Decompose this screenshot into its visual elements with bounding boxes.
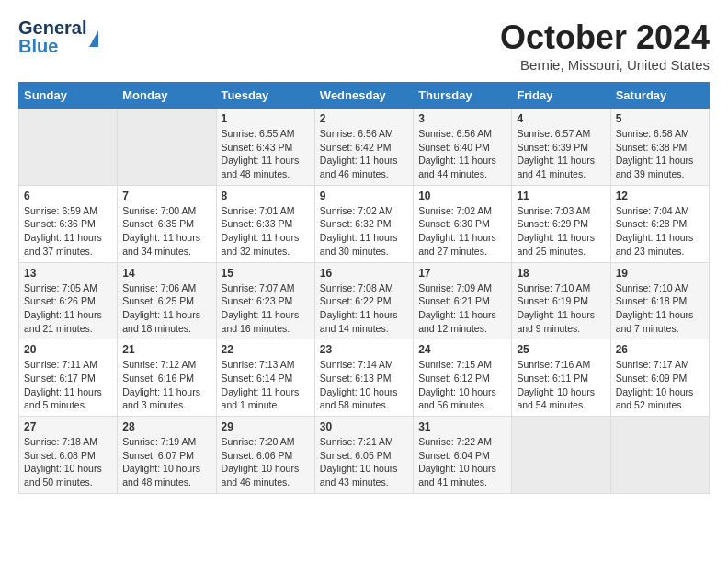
calendar-cell: 30Sunrise: 7:21 AM Sunset: 6:05 PM Dayli… bbox=[314, 417, 413, 494]
day-info: Sunrise: 7:21 AM Sunset: 6:05 PM Dayligh… bbox=[320, 435, 408, 489]
day-info: Sunrise: 6:56 AM Sunset: 6:42 PM Dayligh… bbox=[320, 127, 408, 181]
day-info: Sunrise: 7:20 AM Sunset: 6:06 PM Dayligh… bbox=[222, 435, 310, 489]
calendar-cell: 12Sunrise: 7:04 AM Sunset: 6:28 PM Dayli… bbox=[610, 185, 709, 262]
day-number: 17 bbox=[418, 267, 506, 280]
calendar-cell: 1Sunrise: 6:55 AM Sunset: 6:43 PM Daylig… bbox=[216, 109, 314, 186]
day-info: Sunrise: 7:10 AM Sunset: 6:19 PM Dayligh… bbox=[517, 282, 605, 336]
logo: General Blue bbox=[18, 18, 98, 55]
day-number: 5 bbox=[616, 112, 704, 125]
calendar-cell: 26Sunrise: 7:17 AM Sunset: 6:09 PM Dayli… bbox=[610, 339, 709, 417]
day-info: Sunrise: 7:10 AM Sunset: 6:18 PM Dayligh… bbox=[616, 282, 704, 336]
day-info: Sunrise: 7:09 AM Sunset: 6:21 PM Dayligh… bbox=[418, 282, 506, 336]
day-number: 29 bbox=[222, 420, 310, 433]
day-info: Sunrise: 7:16 AM Sunset: 6:11 PM Dayligh… bbox=[517, 358, 605, 412]
day-number: 30 bbox=[320, 420, 408, 433]
day-info: Sunrise: 7:02 AM Sunset: 6:32 PM Dayligh… bbox=[320, 204, 408, 259]
calendar-cell: 23Sunrise: 7:14 AM Sunset: 6:13 PM Dayli… bbox=[314, 339, 413, 417]
day-number: 6 bbox=[24, 190, 112, 202]
day-info: Sunrise: 7:04 AM Sunset: 6:28 PM Dayligh… bbox=[616, 204, 704, 259]
calendar-cell: 10Sunrise: 7:02 AM Sunset: 6:30 PM Dayli… bbox=[414, 185, 512, 262]
day-number: 15 bbox=[222, 267, 310, 280]
day-header-sunday: Sunday bbox=[19, 83, 118, 109]
day-number: 7 bbox=[122, 190, 210, 202]
calendar-cell bbox=[610, 417, 709, 494]
calendar-week-row: 1Sunrise: 6:55 AM Sunset: 6:43 PM Daylig… bbox=[19, 109, 710, 186]
calendar-table: SundayMondayTuesdayWednesdayThursdayFrid… bbox=[18, 82, 710, 494]
calendar-cell: 31Sunrise: 7:22 AM Sunset: 6:04 PM Dayli… bbox=[414, 417, 512, 494]
day-number: 10 bbox=[418, 190, 506, 202]
day-number: 31 bbox=[418, 420, 506, 433]
day-info: Sunrise: 6:57 AM Sunset: 6:39 PM Dayligh… bbox=[517, 127, 605, 181]
calendar-cell: 21Sunrise: 7:12 AM Sunset: 6:16 PM Dayli… bbox=[118, 339, 216, 417]
calendar-cell: 4Sunrise: 6:57 AM Sunset: 6:39 PM Daylig… bbox=[512, 109, 610, 186]
calendar-cell bbox=[118, 109, 216, 186]
day-info: Sunrise: 7:01 AM Sunset: 6:33 PM Dayligh… bbox=[222, 204, 310, 259]
day-number: 2 bbox=[320, 112, 408, 125]
day-number: 13 bbox=[24, 267, 112, 280]
day-info: Sunrise: 7:07 AM Sunset: 6:23 PM Dayligh… bbox=[222, 282, 310, 336]
day-number: 3 bbox=[418, 112, 506, 125]
calendar-cell: 20Sunrise: 7:11 AM Sunset: 6:17 PM Dayli… bbox=[19, 339, 118, 417]
day-number: 14 bbox=[122, 267, 210, 280]
day-info: Sunrise: 6:58 AM Sunset: 6:38 PM Dayligh… bbox=[616, 127, 704, 181]
day-number: 20 bbox=[24, 343, 112, 356]
calendar-cell: 22Sunrise: 7:13 AM Sunset: 6:14 PM Dayli… bbox=[216, 339, 314, 417]
logo-triangle-icon bbox=[89, 30, 98, 47]
day-info: Sunrise: 7:00 AM Sunset: 6:35 PM Dayligh… bbox=[122, 204, 210, 259]
day-number: 8 bbox=[222, 190, 310, 202]
calendar-cell: 16Sunrise: 7:08 AM Sunset: 6:22 PM Dayli… bbox=[314, 262, 413, 339]
day-number: 22 bbox=[222, 343, 310, 356]
logo-name: General Blue bbox=[18, 18, 86, 55]
day-info: Sunrise: 7:12 AM Sunset: 6:16 PM Dayligh… bbox=[122, 358, 210, 412]
calendar-cell: 29Sunrise: 7:20 AM Sunset: 6:06 PM Dayli… bbox=[216, 417, 314, 494]
calendar-cell bbox=[512, 417, 610, 494]
day-info: Sunrise: 6:59 AM Sunset: 6:36 PM Dayligh… bbox=[24, 204, 112, 259]
calendar-cell: 3Sunrise: 6:56 AM Sunset: 6:40 PM Daylig… bbox=[414, 109, 512, 186]
calendar-cell: 15Sunrise: 7:07 AM Sunset: 6:23 PM Dayli… bbox=[216, 262, 314, 339]
day-info: Sunrise: 7:14 AM Sunset: 6:13 PM Dayligh… bbox=[320, 358, 408, 412]
day-number: 4 bbox=[517, 112, 605, 125]
day-number: 28 bbox=[122, 420, 210, 433]
logo-blue-text: Blue bbox=[18, 37, 86, 55]
day-number: 18 bbox=[517, 267, 605, 280]
day-header-monday: Monday bbox=[118, 83, 216, 109]
day-number: 1 bbox=[222, 112, 310, 125]
day-number: 24 bbox=[418, 343, 506, 356]
day-number: 11 bbox=[517, 190, 605, 202]
day-number: 16 bbox=[320, 267, 408, 280]
day-info: Sunrise: 6:55 AM Sunset: 6:43 PM Dayligh… bbox=[222, 127, 310, 181]
day-number: 27 bbox=[24, 420, 112, 433]
day-number: 21 bbox=[122, 343, 210, 356]
calendar-cell: 27Sunrise: 7:18 AM Sunset: 6:08 PM Dayli… bbox=[19, 417, 118, 494]
title-section: October 2024 Bernie, Missouri, United St… bbox=[500, 18, 710, 73]
day-number: 25 bbox=[517, 343, 605, 356]
calendar-cell: 14Sunrise: 7:06 AM Sunset: 6:25 PM Dayli… bbox=[118, 262, 216, 339]
calendar-cell: 5Sunrise: 6:58 AM Sunset: 6:38 PM Daylig… bbox=[610, 109, 709, 186]
subtitle: Bernie, Missouri, United States bbox=[500, 57, 710, 73]
day-number: 9 bbox=[320, 190, 408, 202]
calendar-week-row: 13Sunrise: 7:05 AM Sunset: 6:26 PM Dayli… bbox=[19, 262, 710, 339]
calendar-cell: 19Sunrise: 7:10 AM Sunset: 6:18 PM Dayli… bbox=[610, 262, 709, 339]
calendar-cell: 18Sunrise: 7:10 AM Sunset: 6:19 PM Dayli… bbox=[512, 262, 610, 339]
day-number: 26 bbox=[616, 343, 704, 356]
day-number: 19 bbox=[616, 267, 704, 280]
day-header-friday: Friday bbox=[512, 83, 610, 109]
calendar-cell: 9Sunrise: 7:02 AM Sunset: 6:32 PM Daylig… bbox=[314, 185, 413, 262]
day-info: Sunrise: 7:19 AM Sunset: 6:07 PM Dayligh… bbox=[122, 435, 210, 489]
day-info: Sunrise: 7:15 AM Sunset: 6:12 PM Dayligh… bbox=[418, 358, 506, 412]
logo-general-text: General bbox=[18, 18, 86, 37]
header: General Blue October 2024 Bernie, Missou… bbox=[18, 18, 710, 73]
day-number: 12 bbox=[616, 190, 704, 202]
main-title: October 2024 bbox=[500, 18, 710, 57]
day-info: Sunrise: 7:17 AM Sunset: 6:09 PM Dayligh… bbox=[616, 358, 704, 412]
day-info: Sunrise: 7:13 AM Sunset: 6:14 PM Dayligh… bbox=[222, 358, 310, 412]
day-header-saturday: Saturday bbox=[610, 83, 709, 109]
day-info: Sunrise: 7:06 AM Sunset: 6:25 PM Dayligh… bbox=[122, 282, 210, 336]
calendar-cell: 17Sunrise: 7:09 AM Sunset: 6:21 PM Dayli… bbox=[414, 262, 512, 339]
calendar-week-row: 6Sunrise: 6:59 AM Sunset: 6:36 PM Daylig… bbox=[19, 185, 710, 262]
day-info: Sunrise: 7:08 AM Sunset: 6:22 PM Dayligh… bbox=[320, 282, 408, 336]
day-info: Sunrise: 7:03 AM Sunset: 6:29 PM Dayligh… bbox=[517, 204, 605, 259]
calendar-cell: 25Sunrise: 7:16 AM Sunset: 6:11 PM Dayli… bbox=[512, 339, 610, 417]
calendar-cell: 7Sunrise: 7:00 AM Sunset: 6:35 PM Daylig… bbox=[118, 185, 216, 262]
day-header-tuesday: Tuesday bbox=[216, 83, 314, 109]
